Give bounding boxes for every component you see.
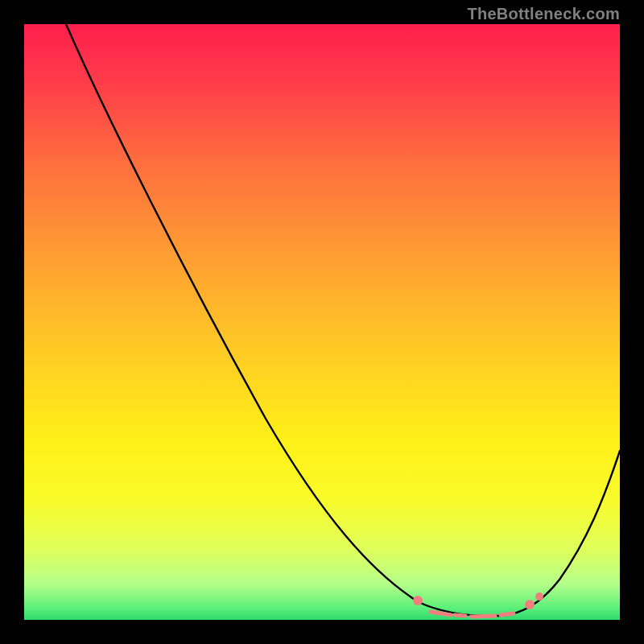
marker-dash — [455, 615, 465, 616]
attribution-text: TheBottleneck.com — [467, 5, 620, 23]
plot-area — [24, 24, 620, 620]
marker-dot — [413, 596, 423, 605]
marker-dot — [535, 592, 543, 601]
chart-svg — [24, 24, 620, 620]
marker-dot — [525, 600, 535, 609]
marker-dash — [501, 613, 514, 615]
marker-dash — [471, 616, 495, 617]
bottleneck-curve-line — [66, 24, 620, 616]
highlight-markers — [413, 592, 543, 617]
chart-container: TheBottleneck.com — [0, 0, 644, 644]
